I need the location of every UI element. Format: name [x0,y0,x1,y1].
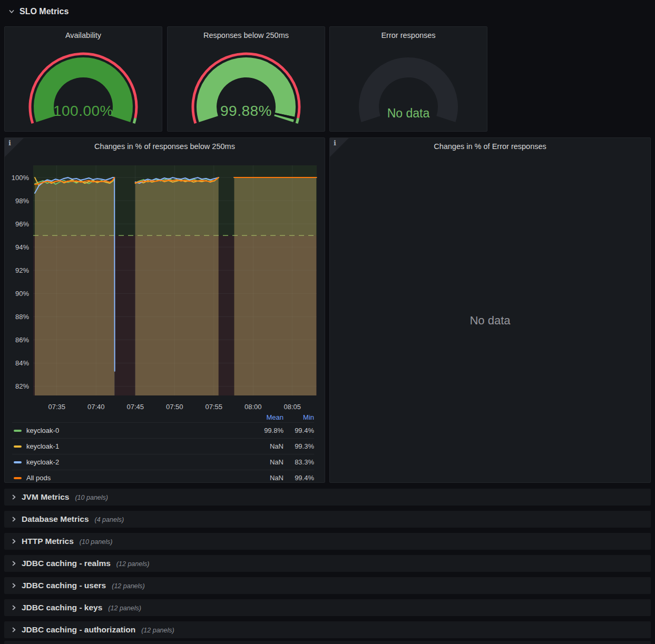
panel-title[interactable]: Changes in % of responses below 250ms [24,142,306,151]
gauge-value: 100.00% [5,103,162,120]
legend-min-value: 83.3% [283,458,314,466]
legend-swatch[interactable] [14,430,22,432]
section-row-jdbc-caching-authorization[interactable]: JDBC caching - authorization (12 panels) [4,621,651,638]
row-title: JDBC caching - users [22,581,106,590]
section-row-http-metrics[interactable]: HTTP Metrics (10 panels) [4,533,651,550]
x-axis-tick-label: 08:00 [245,403,262,411]
section-row-jvm-metrics[interactable]: JVM Metrics (10 panels) [4,489,651,506]
legend-swatch[interactable] [14,477,22,479]
row-title: JVM Metrics [22,492,69,502]
info-icon[interactable]: i [334,139,336,147]
row-panel-count: (10 panels) [75,494,108,501]
legend-label[interactable]: All pods [26,474,247,482]
x-axis-tick-label: 08:05 [284,403,301,411]
legend-header-min[interactable]: Min [283,413,314,421]
legend-row: All podsNaN99.4% [12,470,314,486]
chevron-right-icon [11,582,17,589]
section-title: SLO Metrics [19,7,69,16]
panel-title[interactable]: Error responses [349,31,468,39]
panel-title[interactable]: Changes in % of Error responses [349,142,631,151]
chevron-right-icon [11,538,17,544]
legend-swatch[interactable] [14,445,22,448]
row-title: JDBC caching - authorization [22,625,135,635]
legend-label[interactable]: keycloak-0 [26,427,247,434]
x-axis-tick-label: 07:50 [166,403,183,411]
section-row-jdbc-caching-users[interactable]: JDBC caching - users (12 panels) [4,577,651,594]
chevron-right-icon [11,605,17,611]
panel-info-corner[interactable]: i [5,138,24,157]
timeseries-panel-responses: i Changes in % of responses below 250ms … [4,137,325,483]
row-title: JDBC caching - keys [22,603,102,612]
legend-min-value: 99.4% [283,474,314,482]
section-row-jdbc-caching-realms[interactable]: JDBC caching - realms (12 panels) [4,555,651,572]
row-panel-count: (4 panels) [95,516,124,523]
series-fill-All pods [234,177,317,395]
y-axis-tick-label: 100% [12,174,30,182]
section-row-partial[interactable] [4,641,651,644]
legend-mean-value: NaN [247,458,283,466]
legend: Mean Min keycloak-099.8%99.4%keycloak-1N… [12,412,314,486]
legend-label[interactable]: keycloak-2 [26,458,247,466]
row-title: Database Metrics [22,514,89,524]
series-fill-All pods [135,177,219,395]
no-data-label: No data [330,106,487,121]
timeseries-panel-errors: i Changes in % of Error responses No dat… [329,137,651,483]
timeseries-chart[interactable]: 100%98%96%94%92%90%88%86%84%82%07:3507:4… [5,138,325,412]
gauge-panel-error-responses: Error responses No data [329,26,487,132]
legend-row: keycloak-2NaN83.3% [12,454,314,470]
legend-mean-value: NaN [247,442,283,450]
row-panel-count: (12 panels) [112,582,145,590]
y-axis-tick-label: 82% [15,382,29,390]
y-axis-tick-label: 94% [15,243,29,251]
no-data-label: No data [330,314,650,328]
panel-title[interactable]: Responses below 250ms [187,31,306,39]
row-title: HTTP Metrics [22,537,74,546]
y-axis-tick-label: 96% [15,220,29,228]
info-icon[interactable]: i [8,139,11,147]
chevron-right-icon [11,516,17,522]
legend-min-value: 99.4% [283,427,314,434]
chevron-down-icon [8,8,15,15]
chevron-right-icon [11,627,17,633]
legend-row: keycloak-1NaN99.3% [12,438,314,454]
y-axis-tick-label: 88% [15,313,29,321]
legend-label[interactable]: keycloak-1 [26,442,247,450]
section-row-jdbc-caching-keys[interactable]: JDBC caching - keys (12 panels) [4,599,651,616]
legend-mean-value: 99.8% [247,427,283,434]
row-title: JDBC caching - realms [22,559,111,568]
y-axis-tick-label: 90% [15,290,29,298]
legend-mean-value: NaN [247,474,283,482]
section-row-database-metrics[interactable]: Database Metrics (4 panels) [4,511,651,528]
series-fill-All pods [35,177,114,395]
legend-min-value: 99.3% [283,442,314,450]
y-axis-tick-label: 92% [15,266,29,274]
y-axis-tick-label: 84% [15,359,29,367]
chevron-right-icon [11,494,17,500]
panel-info-corner[interactable]: i [330,138,349,157]
x-axis-tick-label: 07:35 [48,403,65,411]
y-axis-tick-label: 98% [15,197,29,205]
x-axis-tick-label: 07:55 [206,403,223,411]
chevron-right-icon [11,560,17,567]
gauge-panel-availability: Availability 100.00% [4,26,162,132]
row-panel-count: (10 panels) [80,538,113,546]
legend-swatch[interactable] [14,461,22,463]
section-header-slo[interactable]: SLO Metrics [8,7,69,16]
y-axis-tick-label: 86% [15,336,29,344]
legend-header: Mean Min [12,412,314,422]
row-panel-count: (12 panels) [141,627,174,634]
x-axis-tick-label: 07:45 [126,403,144,411]
legend-row: keycloak-099.8%99.4% [12,422,314,438]
row-panel-count: (12 panels) [116,560,150,568]
panel-title[interactable]: Availability [24,31,143,39]
legend-header-mean[interactable]: Mean [247,413,283,421]
gauge-panel-responses-below-250ms: Responses below 250ms 99.88% [167,26,325,132]
row-panel-count: (12 panels) [108,605,141,612]
gauge-value: 99.88% [168,103,325,120]
x-axis-tick-label: 07:40 [87,403,105,411]
